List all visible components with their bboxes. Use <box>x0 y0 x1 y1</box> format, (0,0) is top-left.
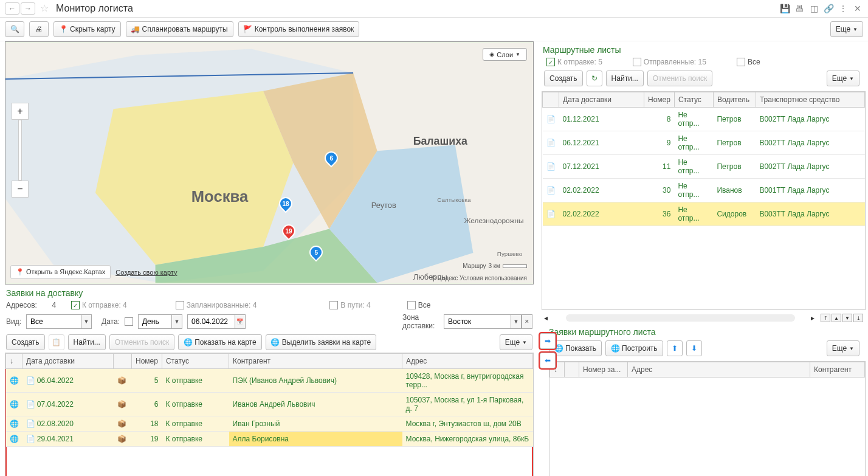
move-down-button[interactable]: ⬇ <box>686 340 702 356</box>
table-row[interactable]: 📄02.02.202236Не отпр...СидоровВ003ТТ Лад… <box>543 202 865 226</box>
nav-last[interactable]: ⤓ <box>853 314 863 322</box>
view-select[interactable] <box>26 314 81 329</box>
route-orders-table[interactable]: ↓ Номер за... Адрес Контрагент <box>549 361 866 476</box>
create-map-link[interactable]: Создать свою карту <box>115 269 177 276</box>
table-row[interactable]: 📄07.12.202111Не отпр...ПетровВ002ТТ Лада… <box>543 155 865 179</box>
nav-back-button[interactable]: ← <box>5 2 19 15</box>
truck-icon: 🚚 <box>131 25 140 33</box>
checkbox-route-sent[interactable] <box>633 58 641 66</box>
zoom-out-button[interactable]: − <box>12 181 29 198</box>
hide-map-button[interactable]: 📍Скрыть карту <box>53 21 121 37</box>
orders-table[interactable]: ↓ Дата доставки Номер Статус Контрагент … <box>5 353 534 476</box>
table-row[interactable]: 📄06.12.20219Не отпр...ПетровВ002ТТ Лада … <box>543 131 865 155</box>
move-up-button[interactable]: ⬆ <box>667 340 683 356</box>
control-orders-button[interactable]: 🚩Контроль выполнения заявок <box>238 21 360 37</box>
nav-first[interactable]: ⤒ <box>821 314 830 322</box>
search-icon: 🔍 <box>10 25 19 33</box>
table-row[interactable]: 🌐📄 07.04.2022📦6К отправкеИванов Андрей Л… <box>6 393 533 416</box>
transfer-right-button[interactable]: ➡ <box>540 333 556 349</box>
checkbox-all[interactable] <box>407 301 416 309</box>
svg-text:Салтыковка: Салтыковка <box>437 196 471 203</box>
date-label: Дата: <box>102 317 120 326</box>
open-yandex-button[interactable]: 📍 Открыть в Яндекс.Картах <box>10 265 111 279</box>
cancel-search-order-button: Отменить поиск <box>109 334 174 350</box>
print-icon[interactable]: 🖶 <box>794 3 805 14</box>
transfer-left-button[interactable]: ⬅ <box>540 353 556 368</box>
build-route-button[interactable]: 🌐Построить <box>605 340 663 356</box>
chevron-down-icon: ▼ <box>515 52 520 57</box>
new-window-icon[interactable]: ◫ <box>808 3 819 14</box>
view-select-dropdown[interactable]: ▼ <box>81 314 92 329</box>
more-menu-icon[interactable]: ⋮ <box>838 3 849 14</box>
view-label: Вид: <box>6 317 21 326</box>
map-marker-5[interactable]: 5 <box>309 246 323 263</box>
table-row[interactable]: 🌐📄 29.04.2021📦19К отправкеАлла Борисовна… <box>6 432 533 447</box>
printer-icon: 🖨 <box>35 25 43 33</box>
table-row[interactable]: 📄01.12.20218Не отпр...ПетровВ002ТТ Лада … <box>543 108 865 131</box>
checkbox-planned[interactable] <box>176 301 184 309</box>
table-row[interactable]: 🌐📄 02.08.2020📦18К отправкеИван ГрозныйМо… <box>6 416 533 432</box>
find-order-button[interactable]: Найти... <box>68 334 106 350</box>
routes-table[interactable]: Дата доставки Номер Статус Водитель Тран… <box>542 91 866 310</box>
routes-hscroll[interactable] <box>566 314 795 322</box>
show-on-map-button[interactable]: 🌐Показать на карте <box>178 334 262 350</box>
globe-pin-icon: 🌐 <box>271 338 280 347</box>
date-input[interactable] <box>187 314 235 329</box>
create-order-button[interactable]: Создать <box>6 334 45 350</box>
zone-label: Зона доставки: <box>402 313 439 330</box>
checkbox-route-to-send[interactable]: ✓ <box>546 58 555 66</box>
globe-icon: 🌐 <box>554 344 563 353</box>
routes-nav: ⤒ ▲ ▼ ⤓ <box>821 314 863 322</box>
find-route-button[interactable]: Найти... <box>606 71 644 86</box>
zone-clear[interactable]: ✕ <box>522 314 532 329</box>
refresh-route-button[interactable]: ↻ <box>587 71 602 86</box>
checkbox-route-all[interactable] <box>737 58 745 66</box>
address-count-value: 4 <box>42 301 66 309</box>
orders-more-button[interactable]: Еще ▼ <box>500 334 532 350</box>
calendar-icon[interactable]: 📅 <box>235 314 246 329</box>
map-marker-6[interactable]: 6 <box>325 151 338 168</box>
svg-text:Москва: Москва <box>191 188 249 205</box>
select-on-map-button[interactable]: 🌐Выделить заявки на карте <box>266 334 376 350</box>
zoom-slider[interactable] <box>18 120 22 181</box>
route-orders-more-button[interactable]: Еще ▼ <box>827 340 859 356</box>
svg-text:Балашиха: Балашиха <box>413 135 467 147</box>
zone-dropdown[interactable]: ▼ <box>511 314 522 329</box>
date-mode-dropdown[interactable]: ▼ <box>171 314 182 329</box>
favorite-star-icon[interactable]: ☆ <box>40 2 52 15</box>
search-button[interactable]: 🔍 <box>5 21 24 37</box>
svg-text:Реутов: Реутов <box>371 201 396 210</box>
map-marker-18[interactable]: 18 <box>279 197 292 214</box>
nav-up[interactable]: ▲ <box>832 314 841 322</box>
link-icon[interactable]: 🔗 <box>823 3 834 14</box>
svg-text:Пуршево: Пуршево <box>497 250 523 257</box>
print-button[interactable]: 🖨 <box>29 21 49 37</box>
date-mode-select[interactable] <box>138 314 171 329</box>
nav-forward-button[interactable]: → <box>21 2 35 15</box>
zone-select[interactable] <box>444 314 511 329</box>
map-area[interactable]: Москва Балашиха Реутов Железнодорожны Лю… <box>5 41 534 285</box>
close-icon[interactable]: ✕ <box>852 3 863 14</box>
plan-routes-button[interactable]: 🚚Спланировать маршруты <box>126 21 233 37</box>
map-marker-19[interactable]: 19 <box>282 224 295 241</box>
map-layers-button[interactable]: ◈ Слои ▼ <box>483 48 527 61</box>
zoom-in-button[interactable]: + <box>12 103 29 120</box>
nav-down[interactable]: ▼ <box>842 314 852 322</box>
save-icon[interactable]: 💾 <box>779 3 790 14</box>
route-orders-title: Заявки маршрутного листа <box>542 323 866 338</box>
card-view-button[interactable]: 📋 <box>49 334 64 350</box>
create-route-button[interactable]: Создать <box>544 71 583 86</box>
globe-icon: 🌐 <box>611 344 619 353</box>
svg-text:Железнодорожны: Железнодорожны <box>464 216 524 225</box>
checkbox-to-send[interactable]: ✓ <box>71 301 80 309</box>
cancel-search-route-button: Отменить поиск <box>647 71 712 86</box>
table-row[interactable]: 📄02.02.202230Не отпр...ИвановВ001ТТ Лада… <box>543 179 865 202</box>
page-title: Монитор логиста <box>56 3 779 14</box>
checkbox-date[interactable] <box>125 317 133 326</box>
table-row[interactable]: 🌐📄 06.04.2022📦5К отправкеПЭК (Иванов Анд… <box>6 369 533 393</box>
routes-more-button[interactable]: Еще ▼ <box>827 71 859 86</box>
flag-icon: 🚩 <box>244 25 252 33</box>
more-button[interactable]: Еще ▼ <box>830 21 863 37</box>
show-route-order-button[interactable]: 🌐Показать <box>549 340 602 356</box>
checkbox-in-transit[interactable] <box>329 301 338 309</box>
